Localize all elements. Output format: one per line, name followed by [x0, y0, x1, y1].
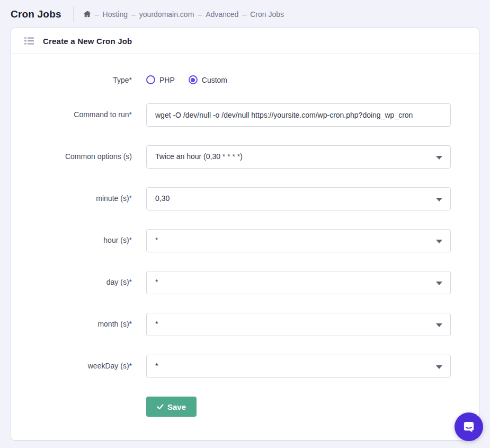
minute-label: minute (s)* [11, 187, 132, 203]
chevron-down-icon [436, 156, 442, 160]
hour-row: hour (s)* * [11, 229, 479, 252]
hour-select[interactable]: * [146, 229, 451, 252]
breadcrumb: – Hosting – yourdomain.com – Advanced – … [83, 10, 284, 19]
minute-select[interactable]: 0,30 [146, 187, 451, 210]
common-options-select[interactable]: Twice an hour (0,30 * * * *) [146, 145, 451, 169]
month-value: * [155, 320, 158, 328]
cron-job-form: Type* PHP Custom Command to run* Common … [11, 54, 479, 440]
breadcrumb-item-advanced[interactable]: Advanced [206, 10, 238, 19]
card-header: Create a New Cron Job [11, 28, 479, 54]
hour-value: * [155, 236, 158, 244]
weekday-select[interactable]: * [146, 355, 451, 378]
command-row: Command to run* [11, 103, 479, 127]
chat-launcher-button[interactable] [455, 412, 483, 441]
chevron-down-icon [436, 240, 442, 243]
breadcrumb-separator: – [131, 10, 136, 19]
chevron-down-icon [436, 198, 442, 201]
month-select[interactable]: * [146, 313, 451, 336]
common-options-label: Common options (s) [11, 145, 132, 161]
list-icon [24, 36, 34, 46]
radio-custom-label: Custom [202, 76, 227, 84]
day-row: day (s)* * [11, 271, 479, 294]
header-divider [73, 7, 74, 22]
save-button[interactable]: Save [146, 397, 197, 417]
weekday-row: weekDay (s)* * [11, 355, 479, 378]
radio-php-label: PHP [159, 76, 175, 84]
minute-value: 0,30 [155, 194, 170, 203]
type-row: Type* PHP Custom [11, 75, 479, 84]
minute-row: minute (s)* 0,30 [11, 187, 479, 210]
radio-custom-icon[interactable] [189, 75, 198, 84]
command-label: Command to run* [11, 103, 132, 119]
common-options-row: Common options (s) Twice an hour (0,30 *… [11, 145, 479, 169]
month-label: month (s)* [11, 313, 132, 328]
weekday-label: weekDay (s)* [11, 355, 132, 370]
breadcrumb-item-cron-jobs: Cron Jobs [250, 10, 284, 19]
page-header: Cron Jobs – Hosting – yourdomain.com – A… [0, 0, 490, 23]
type-radio-group: PHP Custom [146, 75, 241, 84]
breadcrumb-separator: – [95, 10, 99, 19]
day-label: day (s)* [11, 271, 132, 286]
breadcrumb-item-hosting[interactable]: Hosting [103, 10, 128, 19]
home-icon[interactable] [83, 10, 91, 18]
hour-label: hour (s)* [11, 229, 132, 244]
weekday-value: * [155, 362, 158, 370]
card-title: Create a New Cron Job [43, 37, 132, 46]
breadcrumb-item-domain[interactable]: yourdomain.com [139, 10, 194, 19]
chevron-down-icon [436, 282, 442, 285]
radio-option-php[interactable]: PHP [146, 75, 175, 84]
chevron-down-icon [436, 323, 442, 327]
save-row: Save [11, 397, 479, 417]
breadcrumb-separator: – [242, 10, 246, 19]
day-value: * [155, 278, 158, 286]
radio-php-icon[interactable] [146, 75, 155, 84]
radio-option-custom[interactable]: Custom [189, 75, 227, 84]
command-input[interactable] [146, 103, 451, 127]
check-icon [157, 404, 164, 410]
day-select[interactable]: * [146, 271, 451, 294]
month-row: month (s)* * [11, 313, 479, 336]
chevron-down-icon [436, 365, 442, 369]
breadcrumb-separator: – [198, 10, 202, 19]
save-button-label: Save [167, 402, 186, 411]
common-options-value: Twice an hour (0,30 * * * *) [155, 152, 243, 161]
type-label: Type* [11, 76, 132, 84]
chat-bubble-icon [461, 419, 477, 435]
page-title: Cron Jobs [11, 8, 61, 20]
create-cron-job-card: Create a New Cron Job Type* PHP Custom C… [11, 28, 479, 441]
